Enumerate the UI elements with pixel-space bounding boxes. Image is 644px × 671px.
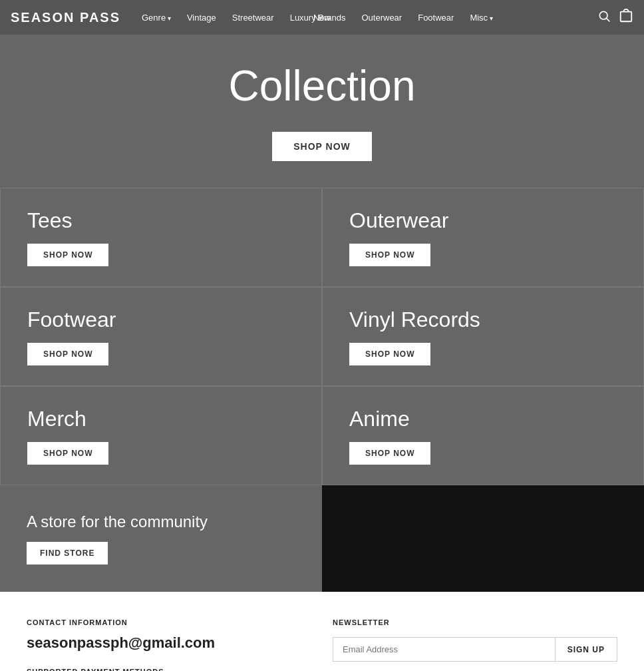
nav-outerwear[interactable]: Outerwear [361,13,402,23]
newsletter-title: NEWSLETTER [333,618,617,626]
category-anime-title: Anime [349,407,617,431]
category-tees: Tees SHOP NOW [0,188,322,287]
hero-shop-now-button[interactable]: SHOP NOW [272,132,372,161]
category-tees-title: Tees [27,208,295,233]
nav-new-label: New [313,13,331,23]
navigation: SEASON PASS Genre Vintage Streetwear Lux… [0,0,644,35]
categories-grid: Tees SHOP NOW Outerwear SHOP NOW Footwea… [0,188,644,485]
community-heading: A store for the community [27,513,295,531]
nav-streetwear[interactable]: Streetwear [232,13,274,23]
outerwear-shop-now-button[interactable]: SHOP NOW [349,244,430,266]
vinyl-shop-now-button[interactable]: SHOP NOW [349,343,430,365]
hero-heading: Collection [11,61,633,111]
community-left: A store for the community FIND STORE [0,485,322,592]
category-footwear-title: Footwear [27,308,295,332]
contact-info-title: CONTACT INFORMATION [27,618,311,626]
category-vinyl-title: Vinyl Records [349,308,617,332]
nav-vintage[interactable]: Vintage [187,13,216,23]
category-footwear: Footwear SHOP NOW [0,287,322,386]
cart-icon[interactable] [619,9,633,26]
contact-email: seasonpassph@gmail.com [27,634,311,652]
merch-shop-now-button[interactable]: SHOP NOW [27,442,108,465]
nav-footwear[interactable]: Footwear [418,13,454,23]
newsletter-form: SIGN UP [333,637,617,662]
find-store-button[interactable]: FIND STORE [27,542,108,564]
community-right [322,485,644,592]
footer: CONTACT INFORMATION seasonpassph@gmail.c… [0,592,644,671]
tees-shop-now-button[interactable]: SHOP NOW [27,244,108,266]
category-merch-title: Merch [27,407,295,431]
signup-button[interactable]: SIGN UP [556,637,617,662]
logo: SEASON PASS [11,10,120,25]
svg-point-0 [599,11,607,19]
nav-genre[interactable]: Genre [142,13,171,23]
payment-methods-title: SUPPORTED PAYMENT METHODS [27,668,311,671]
nav-misc[interactable]: Misc [470,13,493,23]
svg-line-1 [607,18,610,21]
category-outerwear-title: Outerwear [349,208,617,233]
category-vinyl: Vinyl Records SHOP NOW [322,287,644,386]
nav-icons [597,9,633,26]
footer-right: NEWSLETTER SIGN UP Be the first to hear … [333,618,617,671]
community-section: A store for the community FIND STORE [0,485,644,592]
footwear-shop-now-button[interactable]: SHOP NOW [27,343,108,365]
search-icon[interactable] [597,9,611,26]
anime-shop-now-button[interactable]: SHOP NOW [349,442,430,465]
category-anime: Anime SHOP NOW [322,386,644,485]
email-input[interactable] [333,637,556,662]
category-merch: Merch SHOP NOW [0,386,322,485]
svg-rect-2 [621,12,632,22]
footer-left: CONTACT INFORMATION seasonpassph@gmail.c… [27,618,311,671]
category-outerwear: Outerwear SHOP NOW [322,188,644,287]
hero-section: Collection SHOP NOW [0,35,644,188]
